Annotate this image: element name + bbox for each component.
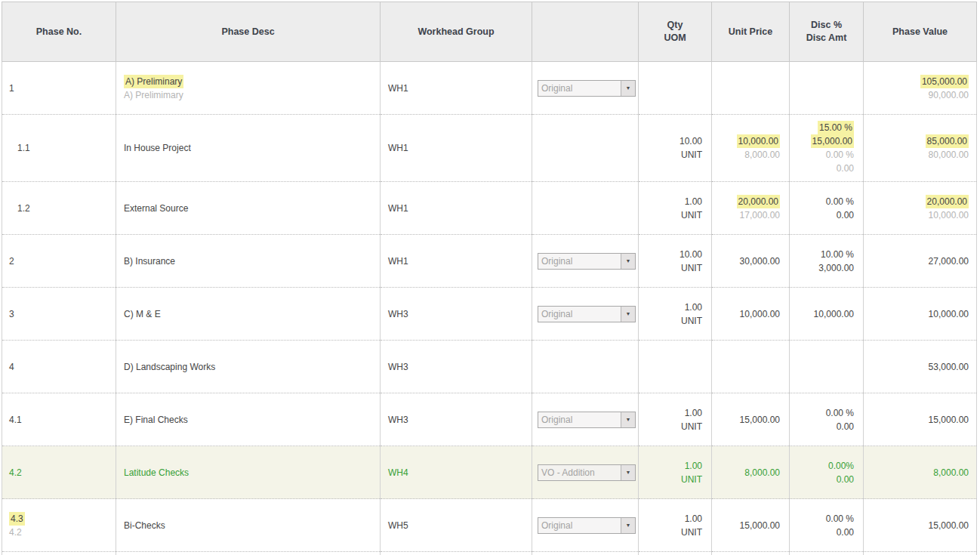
unit-price-cell: 10,000.008,000.00 bbox=[712, 115, 790, 182]
uom: UNIT bbox=[639, 473, 702, 486]
phase-desc-old: A) Prelimimary bbox=[124, 88, 380, 102]
phase-no: 3 bbox=[9, 307, 116, 321]
phase-desc: Latitude Checks bbox=[124, 466, 380, 479]
phase-no: 1 bbox=[9, 82, 116, 95]
phase-desc-cell: Ground Checks bbox=[116, 552, 381, 555]
revision-dropdown[interactable]: VO - Addition▼ bbox=[538, 464, 636, 481]
revision-cell: Original▼ bbox=[532, 288, 639, 341]
qty-uom-cell: 1.00UNIT bbox=[639, 288, 712, 341]
disc-cell: 10.00 %3,000.00 bbox=[790, 235, 864, 288]
table-row: 3C) M & EWH3Original▼1.00UNIT10,000.0010… bbox=[2, 288, 977, 341]
changed-value-highlight: 15,000.00 bbox=[811, 134, 854, 148]
phase-value-cell: 8,000.00 bbox=[864, 446, 977, 499]
revision-cell: Original▼ bbox=[532, 62, 639, 115]
phase-no: 4.2 bbox=[9, 466, 116, 479]
workhead-group: WH1 bbox=[388, 82, 532, 95]
chevron-down-icon[interactable]: ▼ bbox=[621, 81, 635, 96]
qty-uom-cell: 10.00UNIT bbox=[639, 115, 712, 182]
revision-dropdown-value: Original bbox=[538, 82, 572, 95]
workhead-group: WH1 bbox=[388, 202, 532, 215]
qty-uom-cell: 10.00UNIT bbox=[639, 235, 712, 288]
phase-desc-cell: C) M & E bbox=[116, 288, 381, 341]
revision-dropdown-value: Original bbox=[538, 307, 572, 321]
phase-no-cell: 1.1 bbox=[2, 115, 116, 182]
revision-dropdown[interactable]: Original▼ bbox=[538, 80, 636, 97]
phase-value-cell: 15,000.00 bbox=[864, 552, 977, 555]
workhead-group-cell: WH1 bbox=[381, 235, 532, 288]
revision-dropdown[interactable]: Original▼ bbox=[538, 253, 636, 270]
disc-value: 0.00 bbox=[790, 526, 854, 539]
uom: UNIT bbox=[639, 208, 702, 222]
unit-price-cell: 15,000.00 bbox=[712, 393, 790, 446]
phase-no-cell: 4 bbox=[2, 341, 116, 393]
unit-price-old: 17,000.00 bbox=[712, 208, 780, 222]
header-unit-price: Unit Price bbox=[712, 2, 790, 62]
table-row: 4.2Latitude ChecksWH4VO - Addition▼1.00U… bbox=[2, 446, 977, 499]
revision-cell: Original▼ bbox=[532, 552, 639, 555]
workhead-group-cell: WH5 bbox=[381, 499, 532, 552]
disc-cell: 0.00 %0.00 bbox=[790, 182, 864, 235]
disc-value: 0.00 bbox=[790, 473, 854, 486]
changed-value-highlight: 105,000.00 bbox=[920, 75, 969, 88]
phase-value: 85,000.00 bbox=[864, 134, 969, 148]
uom: UNIT bbox=[639, 314, 702, 328]
phase-value: 15,000.00 bbox=[864, 519, 969, 532]
unit-price-old: 8,000.00 bbox=[712, 148, 780, 162]
phase-desc: Bi-Checks bbox=[124, 519, 380, 532]
chevron-down-icon[interactable]: ▼ bbox=[621, 307, 635, 322]
phase-table: Phase No. Phase Desc Workhead Group QtyU… bbox=[2, 2, 977, 555]
chevron-down-icon[interactable]: ▼ bbox=[621, 412, 635, 427]
phase-value-cell: 10,000.00 bbox=[864, 288, 977, 341]
revision-dropdown[interactable]: Original▼ bbox=[538, 517, 636, 534]
phase-value-cell: 15,000.00 bbox=[864, 499, 977, 552]
uom: UNIT bbox=[639, 261, 702, 275]
phase-desc-cell: Latitude Checks bbox=[116, 446, 381, 499]
phase-no: 4.1 bbox=[9, 413, 116, 427]
workhead-group-cell: WH1 bbox=[381, 182, 532, 235]
qty-uom-cell bbox=[639, 62, 712, 115]
table-row: 1A) PreliminaryA) PrelimimaryWH1Original… bbox=[2, 62, 977, 115]
phase-no-cell: 4.34.2 bbox=[2, 499, 116, 552]
uom: UNIT bbox=[639, 148, 702, 162]
unit-price-cell: 20,000.0017,000.00 bbox=[712, 182, 790, 235]
phase-no: 1.2 bbox=[17, 202, 116, 215]
revision-dropdown[interactable]: Original▼ bbox=[538, 306, 636, 322]
chevron-down-icon[interactable]: ▼ bbox=[621, 518, 635, 533]
header-qty-uom: QtyUOM bbox=[639, 2, 712, 62]
disc-value: 10,000.00 bbox=[790, 307, 854, 321]
header-disc: Disc %Disc Amt bbox=[790, 2, 864, 62]
phase-value: 20,000.00 bbox=[864, 195, 969, 208]
workhead-group: WH1 bbox=[388, 254, 532, 268]
revision-dropdown[interactable]: Original▼ bbox=[538, 412, 636, 428]
table-header: Phase No. Phase Desc Workhead Group QtyU… bbox=[2, 2, 977, 62]
phase-grid-container: Phase No. Phase Desc Workhead Group QtyU… bbox=[0, 0, 980, 555]
unit-price: 10,000.00 bbox=[712, 307, 780, 321]
unit-price: 15,000.00 bbox=[712, 519, 780, 532]
revision-cell: VO - Addition▼ bbox=[532, 446, 639, 499]
disc-cell: 0.00%0.00 bbox=[790, 446, 864, 499]
phase-value-cell: 105,000.0090,000.00 bbox=[864, 62, 977, 115]
disc-value: 0.00 bbox=[790, 208, 854, 222]
unit-price: 8,000.00 bbox=[712, 466, 780, 479]
chevron-down-icon[interactable]: ▼ bbox=[621, 465, 635, 480]
table-row: 4.34.2Bi-ChecksWH5Original▼1.00UNIT15,00… bbox=[2, 499, 977, 552]
changed-value-highlight: 20,000.00 bbox=[737, 195, 780, 208]
revision-dropdown-value: Original bbox=[538, 254, 572, 268]
phase-desc-cell: Bi-Checks bbox=[116, 499, 381, 552]
phase-no-cell: 4.2 bbox=[2, 446, 116, 499]
disc-cell: 10,000.00 bbox=[790, 288, 864, 341]
workhead-group-cell: WH1 bbox=[381, 62, 532, 115]
disc-value: 15,000.00 bbox=[790, 134, 854, 148]
unit-price-cell bbox=[712, 62, 790, 115]
changed-value-highlight: A) Preliminary bbox=[124, 75, 183, 88]
header-phase-no: Phase No. bbox=[2, 2, 116, 62]
table-row: 2B) InsuranceWH1Original▼10.00UNIT30,000… bbox=[2, 235, 977, 288]
phase-no: 2 bbox=[9, 254, 116, 268]
workhead-group-cell: WH3 bbox=[381, 288, 532, 341]
phase-no-cell: 3 bbox=[2, 288, 116, 341]
disc-cell: 0.00 %0.00 bbox=[790, 552, 864, 555]
phase-no-cell: 4.1 bbox=[2, 393, 116, 446]
chevron-down-icon[interactable]: ▼ bbox=[621, 254, 635, 269]
phase-value: 105,000.00 bbox=[864, 75, 969, 88]
qty-uom-cell: 1.00UNIT bbox=[639, 393, 712, 446]
